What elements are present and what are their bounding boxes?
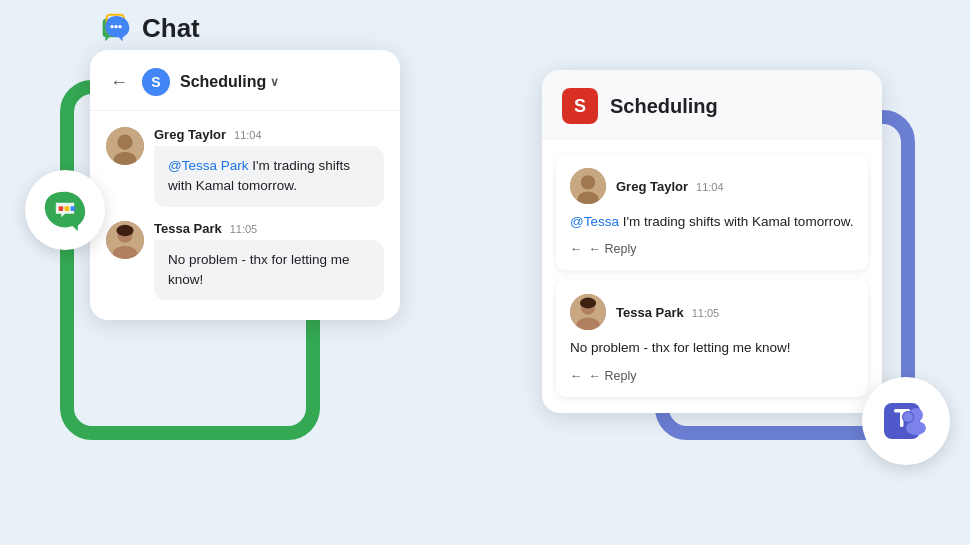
left-msg-name-tessa: Tessa Park [154, 221, 222, 236]
left-panel-header: ← S Scheduling ∨ [90, 50, 400, 111]
svg-point-16 [116, 224, 133, 235]
right-msg-text-tessa: No problem - thx for letting me know! [570, 338, 854, 358]
svg-point-11 [117, 135, 132, 150]
right-msg-time-greg: 11:04 [696, 181, 724, 193]
right-msg-name-tessa: Tessa Park [616, 305, 684, 320]
right-panel-header: S Scheduling [542, 70, 882, 140]
reply-label-tessa: ← Reply [589, 369, 637, 383]
left-msg-bubble-tessa: No problem - thx for letting me know! [154, 240, 384, 301]
left-msg-time-tessa: 11:05 [230, 223, 258, 235]
left-msg-header-tessa: Tessa Park 11:05 [154, 221, 384, 236]
svg-rect-8 [65, 206, 70, 211]
svg-point-23 [580, 298, 596, 309]
svg-rect-7 [59, 206, 64, 211]
right-panel-title: Scheduling [610, 95, 718, 118]
right-msg-card-greg: Greg Taylor 11:04 @Tessa I'm trading shi… [556, 154, 868, 270]
title-chevron: ∨ [270, 75, 279, 89]
right-msg-time-tessa: 11:05 [692, 307, 720, 319]
back-button[interactable]: ← [110, 72, 128, 93]
reply-btn-greg[interactable]: ← ← Reply [570, 242, 854, 256]
left-messages-container: Greg Taylor 11:04 @Tessa Park I'm tradin… [90, 111, 400, 300]
reply-icon-tessa: ← [570, 369, 583, 383]
google-chat-icon [100, 12, 132, 44]
avatar-tessa-left [106, 221, 144, 259]
gchat-icon-circle [25, 170, 105, 250]
avatar-greg-left [106, 127, 144, 165]
app-title-bar: Chat [100, 12, 200, 44]
svg-marker-1 [105, 37, 109, 41]
right-messages-container: Greg Taylor 11:04 @Tessa I'm trading shi… [542, 140, 882, 397]
right-msg-header-greg: Greg Taylor 11:04 [570, 168, 854, 204]
svg-rect-9 [71, 206, 76, 211]
teams-icon-circle [862, 377, 950, 465]
scheduling-avatar-right: S [562, 88, 598, 124]
scene: Chat ← S Scheduling ∨ [0, 0, 970, 545]
reply-btn-tessa[interactable]: ← ← Reply [570, 369, 854, 383]
avatar-greg-right [570, 168, 606, 204]
left-msg-header-greg: Greg Taylor 11:04 [154, 127, 384, 142]
gchat-logo-svg [43, 188, 87, 232]
right-msg-card-tessa: Tessa Park 11:05 No problem - thx for le… [556, 280, 868, 396]
teams-logo-svg [880, 395, 932, 447]
svg-point-31 [903, 412, 913, 422]
right-panel: S Scheduling Greg Taylor 11:04 [542, 70, 882, 413]
left-message-tessa: Tessa Park 11:05 No problem - thx for le… [106, 221, 384, 301]
right-msg-header-tessa: Tessa Park 11:05 [570, 294, 854, 330]
svg-point-18 [581, 175, 595, 189]
svg-point-29 [906, 421, 926, 435]
reply-icon-greg: ← [570, 242, 583, 256]
app-title-text: Chat [142, 13, 200, 44]
svg-point-6 [118, 25, 121, 28]
left-msg-time-greg: 11:04 [234, 129, 262, 141]
svg-point-5 [114, 25, 117, 28]
right-msg-info-tessa: Tessa Park 11:05 [616, 305, 719, 320]
right-msg-info-greg: Greg Taylor 11:04 [616, 179, 724, 194]
right-msg-name-greg: Greg Taylor [616, 179, 688, 194]
left-msg-name-greg: Greg Taylor [154, 127, 226, 142]
mention-tessa-right: @Tessa [570, 214, 619, 229]
right-msg-text-greg: @Tessa I'm trading shifts with Kamal tom… [570, 212, 854, 232]
mention-tessa-park: @Tessa Park [168, 158, 248, 173]
left-msg-bubble-greg: @Tessa Park I'm trading shifts with Kama… [154, 146, 384, 207]
scheduling-avatar-small: S [142, 68, 170, 96]
svg-point-4 [110, 25, 113, 28]
avatar-tessa-right [570, 294, 606, 330]
left-message-greg: Greg Taylor 11:04 @Tessa Park I'm tradin… [106, 127, 384, 207]
reply-label-greg: ← Reply [589, 242, 637, 256]
left-panel-title: Scheduling ∨ [180, 73, 279, 91]
left-msg-content-tessa: Tessa Park 11:05 No problem - thx for le… [154, 221, 384, 301]
left-msg-content-greg: Greg Taylor 11:04 @Tessa Park I'm tradin… [154, 127, 384, 207]
left-panel: ← S Scheduling ∨ Greg Taylor [90, 50, 400, 320]
